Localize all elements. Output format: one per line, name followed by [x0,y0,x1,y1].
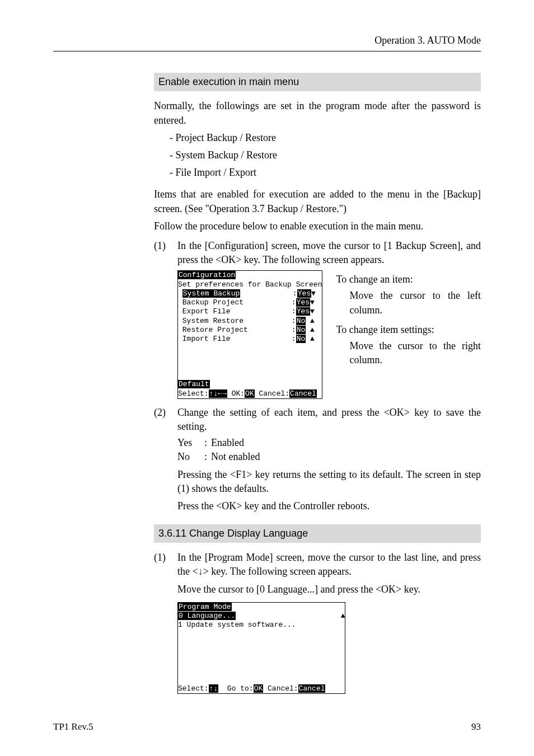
step-1: (1) In the [Configuration] screen, move … [154,239,481,267]
step-1-number: (1) [154,239,170,267]
screen2-title: Program Mode [178,603,232,611]
screen2-line0[interactable]: 0 Language... [178,612,236,620]
footer-select-label: Select: [178,389,209,398]
footer-ok-label: OK: [232,389,245,398]
yesno-key: No [177,450,204,464]
screen2-line1[interactable]: 1 Update system software... [178,621,296,629]
screen1-row5-val[interactable]: No [296,335,306,343]
step2-f1-paragraph: Pressing the <F1> key returns the settin… [177,468,481,496]
screen1-row3-label[interactable]: System Restore [182,317,243,325]
screen2-wrap: Program Mode 0 Language... ▲ 1 Update sy… [177,602,481,694]
screen1-row3-val[interactable]: No [296,317,306,325]
screen1-row5-label[interactable]: Import File [182,335,231,343]
ok-button[interactable]: OK [245,389,255,398]
section-title-change-language: 3.6.11 Change Display Language [154,524,481,543]
page-footer: TP1 Rev.5 93 [53,720,481,734]
step-1-text: In the [Configuration] screen, move the … [177,239,481,267]
bullet-system-backup: - System Backup / Restore [170,148,481,162]
program-mode-screen: Program Mode 0 Language... ▲ 1 Update sy… [177,602,345,694]
arrow-up-icon: ▲ [341,612,345,620]
footer-cancel-label: Cancel: [268,684,298,693]
arrow-down-icon: ▼ [311,289,316,298]
side-notes: To change an item: Move the cursor to th… [336,270,481,369]
header-text: Operation 3. AUTO Mode [374,35,481,46]
section-title-enable-exec: Enable execution in main menu [154,73,481,91]
cancel-button[interactable]: Cancel [289,389,317,398]
note-change-item-sub: Move the cursor to the left column. [349,289,481,317]
arrows-icon: ↑↓ [209,684,219,693]
step2-reboot-paragraph: Press the <OK> key and the Controller re… [177,499,481,513]
page-header: Operation 3. AUTO Mode [53,34,481,51]
screen1-row2-label[interactable]: Export File [182,307,231,316]
sec2-step-1: (1) In the [Program Mode] screen, move t… [154,551,481,600]
table-row: No : Not enabled [177,450,481,464]
configuration-screen: Configuration Set preferences for Backup… [177,270,322,399]
footer-right: 93 [471,720,481,734]
screen1-subtitle: Set preferences for Backup Screen [178,280,322,289]
sec2-step1-number: (1) [154,551,170,600]
note-change-item: To change an item: [336,273,481,287]
bullet-file-import: - File Import / Export [170,166,481,180]
screen1-title: Configuration [178,271,236,279]
screen1-row1-label[interactable]: Backup Project [182,298,243,307]
step-2-number: (2) [154,406,170,434]
items-enabled-paragraph: Items that are enabled for execution are… [154,187,481,215]
screen1-row4-label[interactable]: Restore Project [182,326,248,334]
step-2-text: Change the setting of each item, and pre… [177,406,481,434]
footer-left: TP1 Rev.5 [53,720,93,734]
yesno-colon: : [204,436,211,450]
screen1-row4-val[interactable]: No [296,326,306,334]
screen1-wrap: Configuration Set preferences for Backup… [177,270,481,399]
sec2-step1-text: In the [Program Mode] screen, move the c… [177,551,481,579]
yesno-table: Yes : Enabled No : Not enabled [177,436,481,464]
yesno-colon: : [204,450,211,464]
screen1-row2-val[interactable]: Yes [296,307,310,316]
screen1-row0-val[interactable]: Yes [297,289,311,298]
note-change-settings-sub: Move the cursor to the right column. [349,339,481,367]
footer-goto-label: Go to: [227,684,254,693]
footer-select-label: Select: [178,684,209,693]
table-row: Yes : Enabled [177,436,481,450]
yesno-key: Yes [177,436,204,450]
arrow-up-icon: ▲ [310,335,315,343]
ok-button[interactable]: OK [254,684,264,693]
arrows-icon: ↑↓←→ [209,389,227,398]
content-area: Enable execution in main menu Normally, … [154,73,481,694]
cancel-button[interactable]: Cancel [298,684,326,693]
arrow-down-icon: ▼ [310,307,315,316]
yesno-val: Not enabled [211,450,260,464]
bullet-project-backup: - Project Backup / Restore [170,131,481,145]
sec2-step1-p2: Move the cursor to [0 Language...] and p… [177,583,481,597]
note-change-settings: To change item settings: [336,323,481,337]
step-2: (2) Change the setting of each item, and… [154,406,481,434]
intro-paragraph: Normally, the followings are set in the … [154,99,481,127]
follow-procedure-paragraph: Follow the procedure below to enable exe… [154,219,481,233]
page: Operation 3. AUTO Mode Enable execution … [0,0,534,756]
screen1-row0-label[interactable]: System Backup [182,289,240,298]
footer-cancel-label: Cancel: [259,389,289,398]
yesno-val: Enabled [211,436,244,450]
arrow-up-icon: ▲ [310,317,315,325]
screen1-row1-val[interactable]: Yes [296,298,310,307]
arrow-up-icon: ▲ [310,326,315,334]
arrow-down-icon: ▼ [310,298,315,307]
default-button[interactable]: Default [178,380,210,388]
